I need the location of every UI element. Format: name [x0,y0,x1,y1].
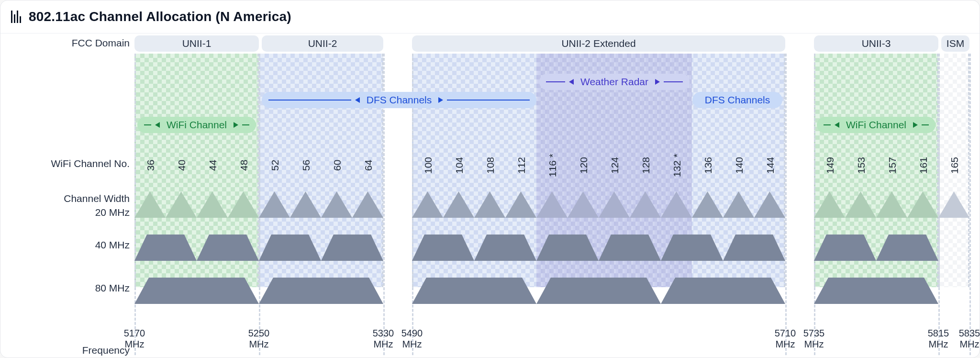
channel-128: 128 [640,141,652,189]
channel-153: 153 [856,141,867,189]
trap-80 [259,278,383,304]
tri-20 [321,191,352,218]
channel-56: 56 [301,141,312,189]
arrow-right-icon [234,122,238,128]
tri-20 [814,191,845,218]
freq-5250: 5250MHz [244,328,274,350]
tri-20 [907,191,938,218]
freq-5170: 5170MHz [119,328,150,350]
channel-149: 149 [824,141,836,189]
channel-108: 108 [485,141,496,189]
channel-104: 104 [454,141,465,189]
channel-140: 140 [734,141,745,189]
header: 802.11ac Channel Allocation (N America) [0,0,980,34]
diagram-card: 802.11ac Channel Allocation (N America) … [0,0,980,358]
diagram-content: FCC Domain WiFi Channel No. Channel Widt… [0,34,980,358]
tri-20 [443,191,474,218]
tri-20 [630,191,661,218]
freq-5710: 5710MHz [770,328,801,350]
trap-80 [814,278,938,304]
tri-20 [412,191,443,218]
tri-20 [876,191,907,218]
row-80mhz [134,278,938,304]
label-fcc-domain: FCC Domain [72,37,130,49]
domain-unii3: UNII-3 [814,35,938,52]
freq-5330: 5330MHz [368,328,399,350]
tri-20 [845,191,876,218]
tri-20 [599,191,630,218]
tri-20 [290,191,321,218]
badge-dfs-2: DFS Channels [692,92,782,108]
channel-44: 44 [207,141,219,189]
trap-40 [474,235,536,261]
domain-unii2: UNII-2 [262,35,383,52]
tri-20 [352,191,383,218]
tri-20 [228,191,259,218]
row-40mhz [134,235,938,261]
tri-20 [197,191,228,218]
trap-80 [536,278,661,304]
tri-20 [134,191,166,218]
arrow-left-icon [155,122,160,128]
trap-40 [661,235,723,261]
trap-40 [321,235,383,261]
trap-40 [197,235,259,261]
trap-40 [814,235,876,261]
trap-40 [599,235,661,261]
trap-40 [412,235,474,261]
arrow-right-icon [438,97,443,103]
channel-132: 132 * [671,141,683,189]
channel-157: 157 [887,141,898,189]
badge-wifi-channel-1: WiFi Channel [137,117,256,133]
tri-20 [568,191,599,218]
badge-wifi-channel-2: WiFi Channel [817,117,935,133]
badge-dfs-1: DFS Channels [262,92,536,108]
channel-136: 136 [702,141,714,189]
trap-80 [412,278,536,304]
tri-20 [536,191,568,218]
row-20mhz [134,191,969,218]
tri-20 [474,191,505,218]
tri-20 [166,191,197,218]
channel-60: 60 [332,141,343,189]
arrow-right-icon [655,79,660,85]
label-wifi-channel-no: WiFi Channel No. [51,158,130,169]
bars-icon [11,11,21,23]
channel-161: 161 [918,141,929,189]
trap-80 [134,278,259,304]
freq-5835: 5835MHz [954,328,980,350]
channel-120: 120 [578,141,590,189]
widths-svg [0,191,980,306]
channel-124: 124 [609,141,621,189]
channel-112: 112 [516,141,527,189]
arrow-left-icon [355,97,360,103]
page-title: 802.11ac Channel Allocation (N America) [29,9,291,24]
freq-5815: 5815MHz [923,328,954,350]
tri-20 [938,191,969,218]
trap-40 [259,235,321,261]
channel-52: 52 [269,141,281,189]
channel-116: 116 * [547,141,558,189]
tri-20 [692,191,723,218]
tri-20 [661,191,692,218]
domain-unii2e: UNII-2 Extended [412,35,785,52]
tri-20 [505,191,536,218]
tri-20 [754,191,785,218]
tri-20 [723,191,754,218]
channel-64: 64 [363,141,374,189]
channel-36: 36 [145,141,156,189]
freq-5490: 5490MHz [397,328,427,350]
arrow-right-icon [913,122,918,128]
arrow-left-icon [835,122,839,128]
trap-40 [536,235,599,261]
domain-unii1: UNII-1 [134,35,259,52]
trap-40 [723,235,785,261]
trap-40 [876,235,938,261]
channel-165: 165 [949,141,960,189]
badge-weather-radar: Weather Radar [539,74,690,90]
channel-40: 40 [176,141,188,189]
channel-100: 100 [423,141,434,189]
tri-20 [259,191,290,218]
trap-40 [134,235,197,261]
freq-5735: 5735MHz [799,328,829,350]
